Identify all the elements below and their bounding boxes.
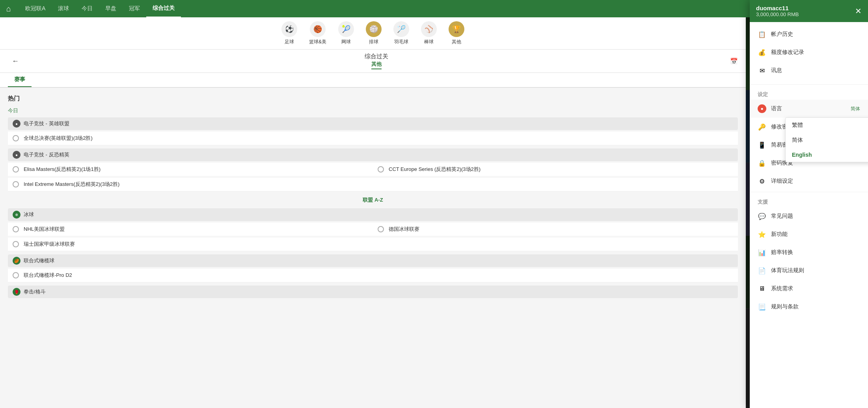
esports-hero-icon: ● (13, 120, 20, 128)
elisa-radio[interactable] (13, 166, 19, 172)
language-red-dot: ● (758, 104, 766, 113)
settings-panel: duomacc11 3,000,000.00 RMB ✕ 帐户历史 额度修改记录 (750, 0, 868, 408)
sport-tab-badminton[interactable]: 🏸 羽毛球 (393, 21, 409, 45)
divider-1 (750, 84, 868, 85)
main-layout: ⚽ 足球 🏀 篮球&美 🎾 网球 🏐 排球 🏸 羽毛球 (0, 17, 868, 408)
support-group-title: 支援 (750, 194, 868, 207)
simple-login-icon (758, 141, 766, 149)
recovery-icon (758, 159, 766, 167)
password-icon (758, 122, 766, 131)
boxing-icon: 🥊 (13, 288, 20, 296)
amount-icon (758, 48, 766, 57)
home-icon[interactable]: ⌂ (6, 4, 11, 13)
nav-item-zaopan[interactable]: 早盘 (99, 0, 123, 17)
nav-item-zonghe[interactable]: 综合过关 (146, 0, 181, 17)
badminton-icon: 🏸 (393, 21, 409, 37)
faq-icon (758, 212, 766, 221)
new-feature-icon (758, 230, 766, 239)
detail-icon (758, 177, 766, 185)
other-icon: 🏆 (449, 21, 464, 37)
settings-item-system[interactable]: 系统需求 (750, 280, 868, 298)
football-icon: ⚽ (281, 21, 297, 37)
nav-item-ouguanliana[interactable]: 欧冠联A (19, 0, 52, 17)
settings-panel-header: duomacc11 3,000,000.00 RMB ✕ (750, 0, 868, 22)
settings-item-language[interactable]: ● 语言 简体 繁體 简体 English (750, 100, 868, 118)
volleyball-icon: 🏐 (366, 21, 382, 37)
settings-item-detail[interactable]: 详细设定 (750, 172, 868, 190)
settings-user-info: duomacc11 3,000,000.00 RMB (756, 5, 799, 17)
swiss-radio[interactable] (13, 241, 19, 247)
lang-option-traditional[interactable]: 繁體 (786, 118, 868, 133)
settings-item-terms[interactable]: 规则与条款 (750, 298, 868, 316)
system-icon (758, 284, 766, 293)
back-arrow-icon[interactable]: ← (8, 57, 23, 65)
rules-icon (758, 266, 766, 275)
lang-option-english[interactable]: English (786, 148, 868, 162)
terms-icon (758, 302, 766, 311)
basketball-icon: 🏀 (310, 21, 326, 37)
baseball-icon: ⚾ (421, 21, 437, 37)
lang-option-simplified[interactable]: 简体 (786, 133, 868, 148)
sport-tab-football[interactable]: ⚽ 足球 (281, 21, 297, 45)
cct-radio[interactable] (378, 166, 384, 172)
match-select-radio[interactable] (13, 135, 19, 141)
rate-icon (758, 248, 766, 257)
balance-label: 3,000,000.00 RMB (756, 11, 799, 17)
settings-overlay: duomacc11 3,000,000.00 RMB ✕ 帐户历史 额度修改记录 (529, 0, 868, 408)
esports-cs-icon: ● (13, 151, 20, 159)
sport-tab-baseball[interactable]: ⚾ 棒球 (421, 21, 437, 45)
divider-2 (750, 192, 868, 192)
tab-matches[interactable]: 赛事 (8, 73, 32, 87)
nhl-radio[interactable] (13, 226, 19, 232)
prod2-radio[interactable] (13, 272, 19, 278)
icehockey-icon: ❄ (13, 211, 20, 219)
settings-item-new-feature[interactable]: 新功能 (750, 225, 868, 243)
nav-item-gunqiu[interactable]: 滚球 (52, 0, 75, 17)
message-icon (758, 66, 766, 75)
germany-radio[interactable] (378, 226, 384, 232)
settings-item-amount[interactable]: 额度修改记录 (750, 43, 868, 61)
settings-item-faq[interactable]: 常见问题 (750, 207, 868, 225)
intel-radio[interactable] (13, 181, 19, 187)
app-container: ⌂ 欧冠联A 滚球 今日 早盘 冠军 综合过关 01:15:23 赛程 我的 ● (0, 0, 868, 408)
sport-tab-other[interactable]: 🏆 其他 (449, 21, 464, 45)
settings-group-title: 设定 (750, 86, 868, 100)
account-group: 帐户历史 额度修改记录 讯息 (750, 22, 868, 83)
nav-item-guanjun[interactable]: 冠军 (123, 0, 146, 17)
settings-item-rate[interactable]: 赔率转换 (750, 243, 868, 261)
current-language-value: 简体 (851, 106, 860, 112)
settings-close-button[interactable]: ✕ (855, 6, 862, 16)
settings-item-history[interactable]: 帐户历史 (750, 25, 868, 43)
tennis-icon: 🎾 (338, 21, 354, 37)
settings-item-rules[interactable]: 体育玩法规则 (750, 261, 868, 280)
history-icon (758, 30, 766, 39)
language-dropdown: 繁體 简体 English (785, 117, 868, 162)
username-label: duomacc11 (756, 5, 799, 11)
rugby-icon: 🏉 (13, 257, 20, 265)
sport-tab-basketball[interactable]: 🏀 篮球&美 (309, 21, 326, 45)
sport-tab-tennis[interactable]: 🎾 网球 (338, 21, 354, 45)
nav-item-jinri[interactable]: 今日 (75, 0, 99, 17)
sport-tab-volleyball[interactable]: 🏐 排球 (366, 21, 382, 45)
settings-item-message[interactable]: 讯息 (750, 61, 868, 80)
